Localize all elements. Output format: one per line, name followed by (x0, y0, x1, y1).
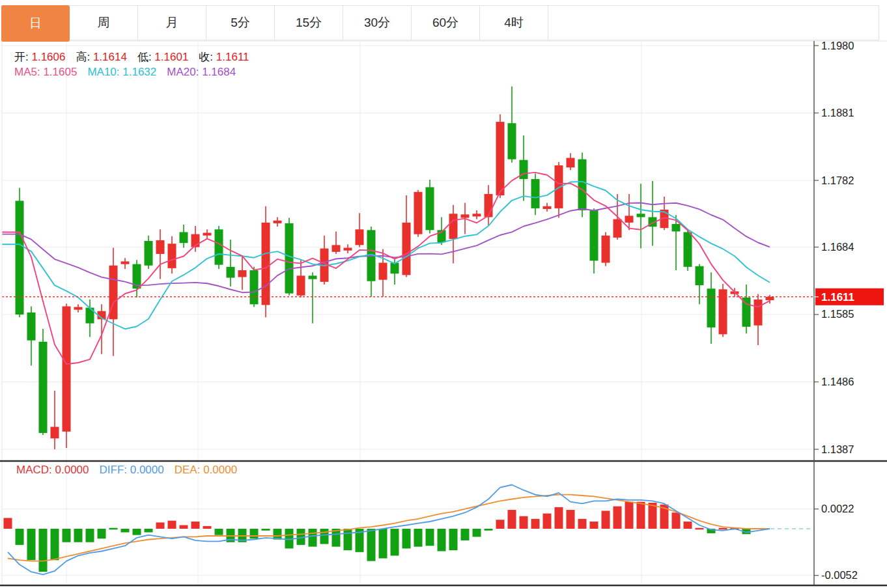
ohlc-high-label: 高: (76, 51, 92, 63)
macd-bar-34 (402, 529, 411, 548)
ma-ma20: MA20: 1.1684 (167, 66, 236, 78)
candle-15 (180, 232, 188, 243)
macd-bar-29 (344, 529, 352, 550)
ohlc-low: 低: 1.1601 (137, 51, 188, 63)
current-price-tag-value: 1.1611 (821, 291, 854, 303)
candle-58 (684, 232, 692, 266)
axis-label: -0.0052 (821, 569, 858, 581)
candle-35 (414, 192, 423, 234)
macd-bar-31 (367, 529, 376, 561)
ohlc-close: 收: 1.1611 (199, 51, 249, 63)
macd-macd-label: MACD: (16, 464, 55, 476)
macd-bar-41 (485, 529, 493, 531)
macd-bar-32 (379, 529, 387, 558)
tab-day[interactable]: 日 (1, 5, 70, 42)
ma-ma10-label: MA10: (87, 66, 122, 78)
macd-bar-21 (250, 529, 259, 539)
macd-bar-44 (520, 516, 528, 529)
tab-4hour[interactable]: 4时 (480, 6, 548, 40)
macd-bar-61 (719, 528, 727, 530)
candle-42 (496, 122, 505, 195)
timeframe-tabbar: 日周月5分15分30分60分4时 (1, 5, 879, 40)
candle-1 (16, 201, 24, 315)
macd-bar-11 (133, 529, 141, 535)
tab-60min[interactable]: 60分 (412, 6, 480, 40)
candle-43 (508, 123, 516, 159)
candle-59 (696, 266, 704, 285)
candle-61 (719, 289, 727, 334)
candle-44 (520, 160, 528, 179)
candle-64 (754, 300, 763, 326)
candle-50 (590, 210, 598, 260)
ma-ma5-label: MA5: (14, 66, 43, 78)
ohlc-low-label: 低: (137, 51, 154, 63)
candlestick-chart-canvas[interactable]: 1.19801.18811.17821.16841.15851.14861.13… (0, 0, 887, 588)
macd-bar-46 (543, 514, 552, 529)
macd-axis: 0.0022-0.0052 (814, 503, 858, 581)
axis-label: 1.1782 (821, 175, 854, 186)
macd-bar-33 (391, 529, 399, 555)
tab-15min[interactable]: 15分 (275, 6, 343, 40)
macd-bar-52 (613, 507, 622, 529)
macd-bar-53 (625, 502, 634, 529)
axis-label: 1.1881 (821, 107, 854, 119)
ma-ma5: MA5: 1.1605 (14, 66, 77, 78)
macd-bar-13 (156, 522, 165, 529)
candles (16, 87, 774, 449)
macd-bar-35 (414, 529, 423, 547)
candle-46 (543, 206, 552, 209)
macd-bar-54 (637, 502, 645, 529)
ohlc-high-value: 1.1614 (93, 51, 127, 63)
candle-12 (145, 241, 153, 266)
candle-4 (51, 427, 59, 438)
macd-histogram (4, 502, 751, 572)
ohlc-close-value: 1.1611 (216, 51, 249, 63)
ma-ma5-value: 1.1605 (43, 66, 77, 78)
tab-week[interactable]: 周 (70, 6, 138, 40)
macd-bar-1 (16, 529, 24, 545)
macd-dea-value: 0.0000 (203, 464, 237, 476)
candle-14 (168, 244, 176, 268)
macd-bar-58 (684, 522, 692, 529)
macd-bar-18 (215, 529, 223, 535)
ohlc-open: 开: 1.1606 (14, 51, 65, 63)
ma-ma20-value: 1.1684 (202, 66, 236, 78)
macd-bar-8 (98, 529, 106, 539)
ma-ma20-label: MA20: (167, 66, 202, 78)
candle-36 (426, 187, 434, 230)
candle-48 (567, 158, 575, 168)
candle-65 (766, 297, 774, 300)
macd-macd: MACD: 0.0000 (16, 464, 89, 476)
macd-bar-2 (27, 529, 36, 560)
ohlc-open-value: 1.1606 (31, 51, 65, 63)
ma-ma10-value: 1.1632 (122, 66, 156, 78)
candle-45 (531, 179, 540, 208)
macd-bar-9 (109, 528, 118, 530)
macd-bar-12 (145, 529, 153, 533)
candle-22 (262, 223, 270, 305)
macd-bar-3 (39, 529, 48, 572)
macd-bar-27 (320, 529, 329, 544)
tab-month[interactable]: 月 (138, 6, 206, 40)
macd-bar-37 (438, 529, 446, 551)
candle-25 (297, 275, 305, 295)
axis-label: 1.1585 (821, 308, 854, 320)
candle-21 (250, 270, 259, 304)
macd-bar-0 (4, 518, 12, 529)
candle-17 (203, 233, 212, 236)
axis-label: 1.1684 (821, 241, 854, 253)
candle-28 (332, 245, 341, 251)
macd-readout: MACD: 0.0000DIFF: 0.0000DEA: 0.0000 (16, 464, 247, 477)
macd-bar-51 (602, 511, 610, 529)
tab-30min[interactable]: 30分 (343, 6, 412, 40)
current-price-tag: 1.1611 (814, 288, 884, 305)
tab-5min[interactable]: 5分 (206, 6, 275, 40)
candle-49 (578, 160, 587, 210)
ohlc-close-label: 收: (199, 51, 216, 63)
candle-29 (344, 248, 352, 251)
candle-5 (63, 306, 71, 431)
macd-bar-40 (473, 529, 481, 537)
candle-24 (285, 223, 294, 294)
macd-bar-48 (567, 510, 575, 529)
candle-3 (39, 342, 48, 433)
